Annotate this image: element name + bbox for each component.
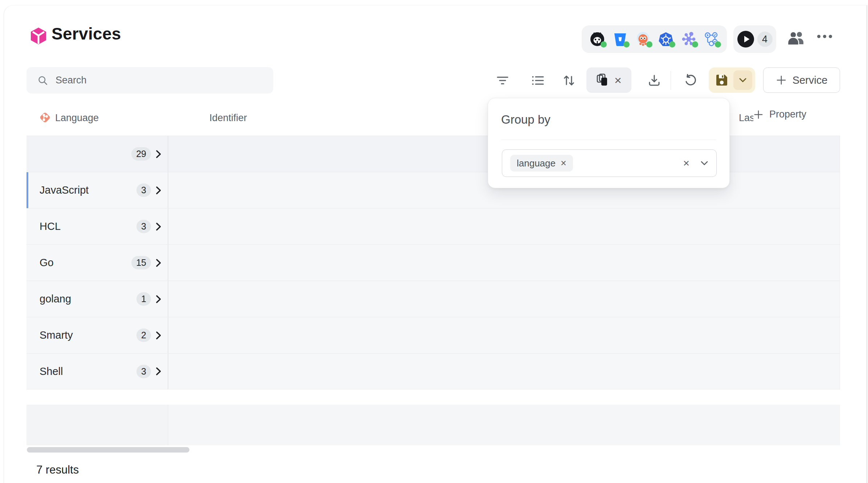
group-count-badge: 3 — [136, 365, 151, 378]
add-service-button[interactable]: Service — [763, 67, 840, 93]
undo-icon — [684, 74, 697, 87]
chevron-down-icon[interactable] — [700, 161, 708, 166]
add-property-label: Property — [769, 109, 806, 120]
download-button[interactable] — [645, 71, 664, 90]
group-by-panel-title: Group by — [501, 113, 550, 127]
status-dot — [669, 41, 675, 48]
table-row-group-golang[interactable]: golang 1 — [26, 281, 840, 317]
group-count-badge: 15 — [131, 256, 151, 269]
remove-chip-icon[interactable]: × — [561, 158, 566, 168]
search-bar[interactable] — [26, 67, 273, 94]
status-dot — [692, 41, 698, 48]
group-by-panel: Group by language × × — [488, 98, 730, 188]
column-header-last-truncated[interactable]: Las — [739, 112, 753, 124]
group-count-badge: 29 — [131, 147, 151, 161]
add-service-label: Service — [793, 74, 828, 86]
filter-icon — [496, 74, 509, 87]
group-count-badge: 3 — [136, 183, 151, 197]
page-title: Services — [52, 24, 121, 44]
runs-count-badge: 4 — [757, 32, 773, 47]
plus-icon — [753, 110, 763, 120]
team-icon — [786, 30, 807, 47]
kubernetes-icon[interactable] — [658, 31, 674, 48]
group-count-badge: 1 — [136, 292, 151, 306]
results-count: 7 results — [36, 463, 79, 476]
ellipsis-icon — [817, 35, 832, 38]
git-icon — [39, 112, 51, 125]
group-by-select[interactable]: language × × — [502, 149, 717, 177]
table-row-group-smarty[interactable]: Smarty 2 — [26, 317, 840, 353]
list-icon — [531, 74, 544, 87]
filter-button[interactable] — [493, 71, 512, 90]
chevron-right-icon[interactable] — [156, 259, 161, 267]
list-view-button[interactable] — [528, 71, 547, 90]
sort-icon — [562, 74, 576, 87]
column-header-language[interactable]: Language — [55, 112, 99, 124]
status-dot — [646, 41, 652, 48]
sort-button[interactable] — [560, 71, 578, 90]
table-row-group-shell[interactable]: Shell 3 — [26, 353, 840, 389]
download-icon — [648, 74, 661, 87]
team-button[interactable] — [786, 29, 807, 48]
play-icon — [737, 31, 754, 48]
status-dot — [601, 41, 607, 48]
chevron-right-icon[interactable] — [156, 186, 161, 195]
group-by-chip-language[interactable]: language × — [510, 155, 573, 172]
table-row-group-hcl[interactable]: HCL 3 — [26, 208, 840, 244]
clear-group-by-icon[interactable]: × — [614, 74, 622, 86]
bitbucket-icon[interactable] — [612, 31, 629, 48]
pipeline-icon[interactable] — [703, 31, 720, 48]
chip-label: language — [517, 158, 556, 169]
add-property-button[interactable]: Property — [753, 109, 806, 120]
integrations-group — [582, 25, 727, 53]
group-by-icon — [596, 74, 609, 87]
plus-icon — [776, 75, 787, 86]
save-icon — [715, 74, 728, 87]
group-count-badge: 2 — [136, 329, 151, 342]
save-view-button[interactable] — [709, 67, 755, 93]
argocd-icon[interactable] — [635, 31, 651, 48]
chevron-down-icon — [739, 78, 747, 83]
status-dot — [623, 41, 630, 48]
toolbar-divider — [671, 71, 671, 90]
chevron-right-icon[interactable] — [156, 295, 161, 304]
clear-select-icon[interactable]: × — [683, 158, 689, 169]
cluster-icon[interactable] — [680, 31, 697, 48]
search-icon — [37, 75, 48, 86]
group-count-badge: 3 — [136, 220, 151, 233]
chevron-right-icon[interactable] — [156, 150, 161, 158]
search-input[interactable] — [56, 75, 237, 86]
github-icon[interactable] — [589, 31, 606, 48]
app-logo-cube-icon — [30, 27, 47, 46]
status-dot — [715, 41, 721, 48]
table-row-group-go[interactable]: Go 15 — [26, 244, 840, 281]
runs-button[interactable]: 4 — [733, 25, 776, 53]
save-dropdown-button[interactable] — [733, 70, 752, 90]
group-by-button-active[interactable]: × — [586, 67, 631, 93]
table-footer-strip — [26, 405, 840, 445]
reset-button[interactable] — [681, 71, 700, 90]
chevron-right-icon[interactable] — [156, 222, 161, 231]
horizontal-scrollbar[interactable] — [27, 447, 189, 453]
column-header-identifier[interactable]: Identifier — [209, 112, 247, 124]
chevron-right-icon[interactable] — [156, 331, 161, 340]
chevron-right-icon[interactable] — [156, 367, 161, 376]
panel-divider — [501, 140, 716, 140]
more-options-button[interactable] — [817, 35, 832, 38]
